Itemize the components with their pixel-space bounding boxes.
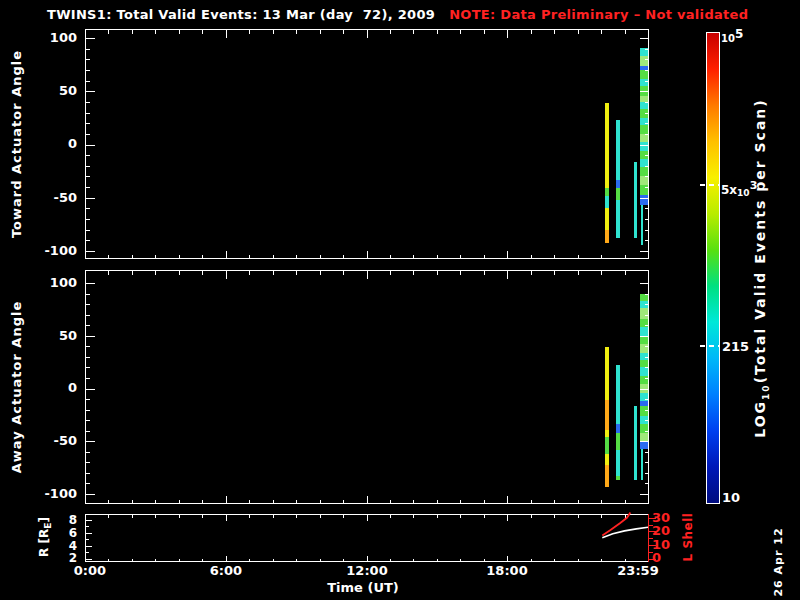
l-shell-axis-title: L Shell — [681, 513, 695, 562]
x-tick-label: 12:00 — [332, 564, 402, 578]
l-tick-label: 20 — [652, 524, 670, 538]
title-bar: TWINS1: Total Valid Events: 13 Mar (day … — [47, 7, 748, 22]
data-strip-segment — [640, 336, 648, 344]
data-strips — [605, 48, 648, 245]
data-strip-segment — [640, 384, 648, 392]
data-strip-segment — [605, 103, 610, 188]
x-tick-label: 23:59 — [603, 564, 673, 578]
plot-canvas — [0, 0, 800, 600]
data-strip-segment — [616, 200, 620, 238]
data-strip-segment — [640, 86, 648, 96]
data-strip-segment — [605, 400, 610, 430]
data-strip-segment — [640, 301, 648, 308]
data-strips — [605, 294, 648, 487]
data-strip-segment — [640, 125, 648, 134]
data-strip-segment — [640, 102, 648, 110]
data-strip-segment — [616, 424, 620, 432]
r-tick-label: 6 — [43, 526, 77, 540]
data-strip-segment — [616, 188, 620, 200]
data-strip-segment — [640, 48, 648, 57]
data-strip-segment — [641, 449, 643, 481]
y-tick-label: -100 — [33, 487, 77, 501]
data-strip-segment — [640, 344, 648, 352]
away-axis-title: Away Actuator Angle — [10, 301, 24, 473]
data-strip-segment — [640, 109, 648, 118]
data-strip-segment — [640, 79, 648, 87]
data-strip-segment — [640, 66, 648, 70]
data-strip-segment — [640, 195, 648, 206]
data-strip-segment — [640, 441, 648, 448]
panel-border — [86, 271, 649, 504]
y-tick-label: -50 — [33, 191, 77, 205]
data-strip-segment — [640, 185, 648, 195]
x-tick-label: 0:00 — [55, 564, 125, 578]
data-strip-segment — [640, 360, 648, 367]
y-tick-label: -50 — [33, 434, 77, 448]
data-strip-segment — [640, 96, 648, 102]
data-strip-segment — [616, 120, 620, 180]
data-strip-segment — [605, 454, 610, 465]
colorbar-tick-label: 105 — [721, 27, 743, 46]
r-tick-label: 8 — [43, 513, 77, 527]
plot-screen: TWINS1: Total Valid Events: 13 Mar (day … — [0, 0, 800, 600]
data-strip-segment — [640, 406, 648, 416]
date-stamp: 26 Apr 12 — [772, 527, 786, 596]
data-strip-segment — [640, 367, 648, 375]
y-tick-label: 100 — [33, 276, 77, 290]
r-distance-curve — [602, 527, 648, 537]
y-tick-label: 0 — [33, 381, 77, 395]
data-strip-segment — [640, 56, 648, 66]
colorbar — [706, 32, 720, 504]
preliminary-note: NOTE: Data Preliminary – Not validated — [449, 7, 748, 22]
data-strip-segment — [640, 433, 648, 441]
data-strip-segment — [641, 205, 643, 244]
data-strip-segment — [640, 416, 648, 424]
colorbar-tick-label: 215 — [722, 340, 749, 354]
data-strip-segment — [616, 450, 620, 476]
y-tick-label: 50 — [33, 329, 77, 343]
data-strip-segment — [634, 162, 637, 239]
x-tick-label: 18:00 — [472, 564, 542, 578]
data-strip-segment — [640, 176, 648, 185]
data-strip-segment — [605, 230, 610, 243]
y-tick-label: 50 — [33, 84, 77, 98]
y-tick-label: 0 — [33, 137, 77, 151]
data-strip-segment — [640, 294, 648, 301]
data-strip-segment — [616, 180, 620, 189]
colorbar-tick-label: 10 — [722, 491, 740, 505]
panel-border — [86, 515, 649, 562]
data-strip-segment — [605, 430, 610, 437]
data-strip-segment — [605, 347, 610, 400]
x-tick-label: 6:00 — [191, 564, 261, 578]
colorbar-title: LOG10(Total Valid Events per Scan) — [753, 98, 773, 437]
data-strip-segment — [640, 308, 648, 319]
data-strip-segment — [640, 70, 648, 79]
data-strip-segment — [605, 208, 610, 229]
data-strip-segment — [640, 118, 648, 126]
data-strip-segment — [605, 437, 610, 454]
data-strip-segment — [640, 142, 648, 151]
data-strip-segment — [640, 134, 648, 143]
data-strip-segment — [640, 159, 648, 167]
toward-axis-title: Toward Actuator Angle — [10, 50, 24, 238]
r-tick-label: 2 — [43, 551, 77, 565]
data-strip-segment — [640, 319, 648, 327]
data-strip-segment — [640, 393, 648, 401]
data-strip-segment — [640, 327, 648, 335]
data-strip-segment — [634, 406, 637, 480]
y-tick-label: -100 — [33, 244, 77, 258]
chart-title: TWINS1: Total Valid Events: 13 Mar (day … — [47, 7, 435, 22]
data-strip-segment — [640, 151, 648, 160]
data-strip-segment — [640, 376, 648, 384]
data-strip-segment — [616, 365, 620, 424]
data-strip-segment — [640, 424, 648, 432]
x-axis-title: Time (UT) — [303, 581, 423, 595]
y-tick-label: 100 — [33, 31, 77, 45]
l-shell-curve — [602, 512, 630, 535]
colorbar-tick-label: 5x103 — [721, 179, 757, 200]
data-strip-segment — [616, 433, 620, 450]
data-strip-segment — [640, 167, 648, 177]
data-strip-segment — [640, 401, 648, 406]
data-strip-segment — [616, 476, 620, 480]
data-strip-segment — [605, 196, 610, 209]
